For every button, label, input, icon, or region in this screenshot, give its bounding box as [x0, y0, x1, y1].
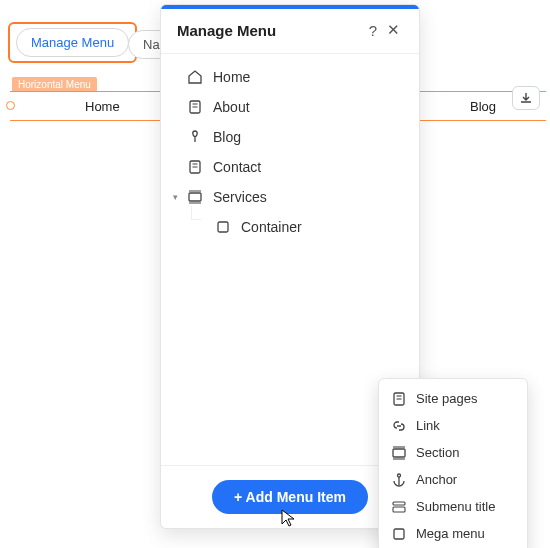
- context-item-label: Submenu title: [416, 499, 496, 514]
- menu-item-label: Blog: [213, 129, 241, 145]
- square-icon: [391, 526, 406, 541]
- menu-link-home[interactable]: Home: [85, 99, 120, 114]
- context-item[interactable]: Site pages: [379, 385, 527, 412]
- manage-menu-button[interactable]: Manage Menu: [16, 28, 129, 57]
- help-button[interactable]: ?: [363, 22, 383, 39]
- menu-item[interactable]: Home: [179, 62, 411, 92]
- add-menu-item-button[interactable]: + Add Menu Item: [212, 480, 368, 514]
- menu-item-label: Contact: [213, 159, 261, 175]
- context-item[interactable]: Section: [379, 439, 527, 466]
- context-item-label: Anchor: [416, 472, 457, 487]
- element-badge: Horizontal Menu: [12, 77, 97, 92]
- context-item-label: Site pages: [416, 391, 477, 406]
- menu-item[interactable]: ▾Services: [179, 182, 411, 212]
- page-icon: [187, 159, 203, 175]
- section-icon: [187, 189, 203, 205]
- download-button[interactable]: [512, 86, 540, 110]
- context-item[interactable]: Mega menu: [379, 520, 527, 547]
- context-item-label: Section: [416, 445, 459, 460]
- context-item-label: Mega menu: [416, 526, 485, 541]
- menu-item-label: Services: [213, 189, 267, 205]
- page-icon: [391, 391, 406, 406]
- close-button[interactable]: ✕: [383, 21, 403, 39]
- context-item-label: Link: [416, 418, 440, 433]
- menu-item-label: Home: [213, 69, 250, 85]
- section-icon: [391, 445, 406, 460]
- panel-header: Manage Menu ? ✕: [161, 9, 419, 54]
- panel-title: Manage Menu: [177, 22, 363, 39]
- menu-item[interactable]: Blog: [179, 122, 411, 152]
- resize-handle[interactable]: [6, 101, 15, 110]
- square-icon: [215, 219, 231, 235]
- context-item[interactable]: Submenu title: [379, 493, 527, 520]
- menu-link-blog[interactable]: Blog: [470, 99, 496, 114]
- submenu-icon: [391, 499, 406, 514]
- pen-icon: [187, 129, 203, 145]
- menu-item[interactable]: About: [179, 92, 411, 122]
- home-icon: [187, 69, 203, 85]
- menu-item-label: Container: [241, 219, 302, 235]
- page-icon: [187, 99, 203, 115]
- download-icon: [518, 90, 534, 106]
- menu-item[interactable]: Contact: [179, 152, 411, 182]
- menu-item[interactable]: Container: [207, 212, 411, 242]
- menu-item-label: About: [213, 99, 250, 115]
- chevron-down-icon[interactable]: ▾: [173, 192, 178, 202]
- context-item[interactable]: Anchor: [379, 466, 527, 493]
- anchor-icon: [391, 472, 406, 487]
- add-item-context-menu: Site pagesLinkSectionAnchorSubmenu title…: [378, 378, 528, 548]
- link-icon: [391, 418, 406, 433]
- context-item[interactable]: Link: [379, 412, 527, 439]
- manage-menu-highlight: Manage Menu: [10, 24, 135, 61]
